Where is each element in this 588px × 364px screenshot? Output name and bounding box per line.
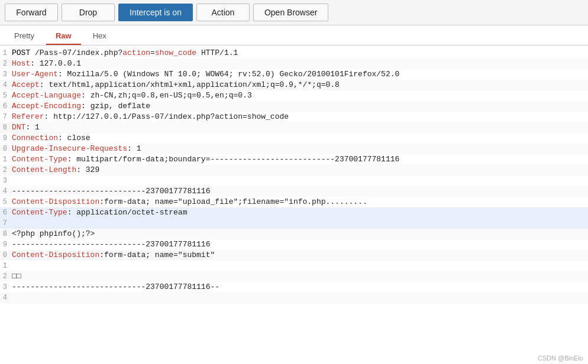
line-number: 4	[0, 80, 12, 90]
line-content: Content-Disposition:form-data; name="upl…	[12, 197, 588, 207]
line-content: Content-Disposition:form-data; name="sub…	[12, 250, 588, 261]
line-content: Referer: http://127.0.0.1/Pass-07/index.…	[12, 112, 588, 122]
table-row: 1Content-Type: multipart/form-data;bound…	[0, 154, 588, 165]
watermark: CSDN @BinElo	[538, 355, 583, 362]
line-content: -----------------------------23700177781…	[12, 282, 588, 292]
line-content: DNT: 1	[12, 122, 588, 133]
line-content	[12, 218, 588, 229]
line-content: Accept-Language: zh-CN,zh;q=0.8,en-US;q=…	[12, 90, 588, 101]
intercept-button[interactable]: Intercept is on	[118, 4, 193, 21]
line-number: 8	[0, 122, 12, 133]
line-content: □□	[12, 271, 588, 282]
line-content: Content-Length: 329	[12, 165, 588, 176]
line-number: 1	[0, 261, 12, 271]
line-number: 6	[0, 101, 12, 112]
table-row: 8DNT: 1	[0, 122, 588, 133]
line-number: 5	[0, 197, 12, 207]
table-row: 0Upgrade-Insecure-Requests: 1	[0, 144, 588, 154]
table-row: 4Accept: text/html,application/xhtml+xml…	[0, 80, 588, 90]
line-content: -----------------------------23700177781…	[12, 239, 588, 250]
line-number: 3	[0, 176, 12, 186]
table-row: 3	[0, 176, 588, 186]
line-content: Accept-Encoding: gzip, deflate	[12, 101, 588, 112]
line-content	[12, 292, 588, 303]
line-number: 2	[0, 271, 12, 282]
line-content: Content-Type: multipart/form-data;bounda…	[12, 154, 588, 165]
tabs: PrettyRawHex	[0, 25, 588, 46]
line-content: User-Agent: Mozilla/5.0 (Windows NT 10.0…	[12, 69, 588, 80]
line-content: Content-Type: application/octet-stream	[12, 207, 588, 218]
line-content: Accept: text/html,application/xhtml+xml,…	[12, 80, 588, 90]
line-number: 3	[0, 282, 12, 292]
line-number: 8	[0, 229, 12, 239]
line-content	[12, 261, 588, 271]
table-row: 7	[0, 218, 588, 229]
table-row: 6Content-Type: application/octet-stream	[0, 207, 588, 218]
line-number: 2	[0, 58, 12, 69]
table-row: 1POST /Pass-07/index.php?action=show_cod…	[0, 48, 588, 58]
table-row: 5Accept-Language: zh-CN,zh;q=0.8,en-US;q…	[0, 90, 588, 101]
table-row: 5Content-Disposition:form-data; name="up…	[0, 197, 588, 207]
table-row: 2Content-Length: 329	[0, 165, 588, 176]
table-row: 0Content-Disposition:form-data; name="su…	[0, 250, 588, 261]
line-number: 7	[0, 112, 12, 122]
line-number: 1	[0, 48, 12, 58]
forward-button[interactable]: Forward	[5, 4, 58, 21]
line-number: 0	[0, 250, 12, 261]
table-row: 2□□	[0, 271, 588, 282]
open-browser-button[interactable]: Open Browser	[253, 4, 328, 21]
line-content: Upgrade-Insecure-Requests: 1	[12, 144, 588, 154]
table-row: 3User-Agent: Mozilla/5.0 (Windows NT 10.…	[0, 69, 588, 80]
line-number: 6	[0, 207, 12, 218]
table-row: 9Connection: close	[0, 133, 588, 144]
line-number: 1	[0, 154, 12, 165]
tab-raw[interactable]: Raw	[46, 28, 81, 45]
line-number: 2	[0, 165, 12, 176]
line-content: Connection: close	[12, 133, 588, 144]
table-row: 1	[0, 261, 588, 271]
line-number: 0	[0, 144, 12, 154]
line-number: 4	[0, 186, 12, 197]
table-row: 2Host: 127.0.0.1	[0, 58, 588, 69]
line-content: Host: 127.0.0.1	[12, 58, 588, 69]
drop-button[interactable]: Drop	[62, 4, 115, 21]
line-content	[12, 176, 588, 186]
tab-pretty[interactable]: Pretty	[5, 28, 44, 45]
line-number: 7	[0, 218, 12, 229]
line-number: 4	[0, 292, 12, 303]
table-row: 4-----------------------------2370017778…	[0, 186, 588, 197]
table-row: 6Accept-Encoding: gzip, deflate	[0, 101, 588, 112]
line-number: 9	[0, 239, 12, 250]
toolbar: ForwardDropIntercept is onActionOpen Bro…	[0, 0, 588, 25]
tab-hex[interactable]: Hex	[83, 28, 116, 45]
line-content: -----------------------------23700177781…	[12, 186, 588, 197]
line-number: 5	[0, 90, 12, 101]
table-row: 9-----------------------------2370017778…	[0, 239, 588, 250]
table-row: 3-----------------------------2370017778…	[0, 282, 588, 292]
table-row: 8<?php phpinfo();?>	[0, 229, 588, 239]
line-number: 3	[0, 69, 12, 80]
line-number: 9	[0, 133, 12, 144]
content-area[interactable]: 1POST /Pass-07/index.php?action=show_cod…	[0, 46, 588, 355]
table-row: 7Referer: http://127.0.0.1/Pass-07/index…	[0, 112, 588, 122]
line-content: POST /Pass-07/index.php?action=show_code…	[12, 48, 588, 58]
line-content: <?php phpinfo();?>	[12, 229, 588, 239]
action-button[interactable]: Action	[196, 4, 250, 21]
table-row: 4	[0, 292, 588, 303]
